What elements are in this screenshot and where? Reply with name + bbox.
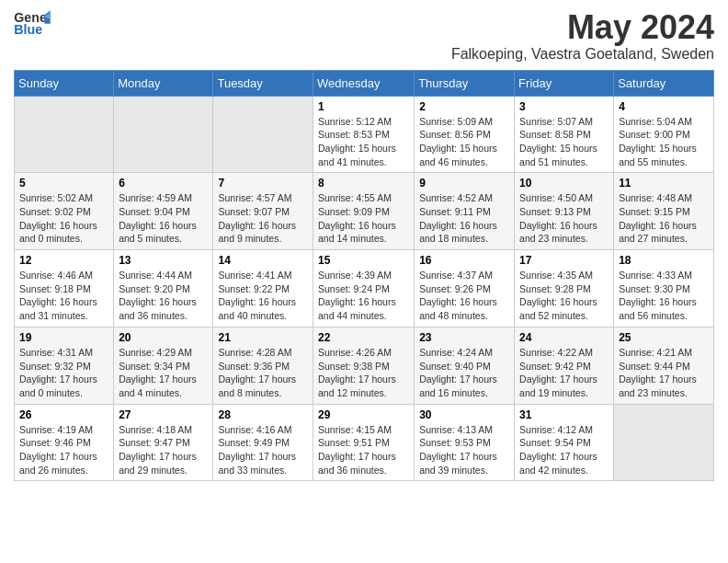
day-info: Sunset: 9:13 PM xyxy=(519,205,609,219)
calendar-cell: 27Sunrise: 4:18 AMSunset: 9:47 PMDayligh… xyxy=(114,404,213,481)
col-saturday: Saturday xyxy=(614,70,714,96)
day-number: 17 xyxy=(519,254,609,267)
page-header: General Blue May 2024 Falkoeping, Vaestr… xyxy=(14,9,714,63)
day-info: Sunset: 9:49 PM xyxy=(218,436,308,450)
day-info: Sunset: 9:46 PM xyxy=(19,436,108,450)
calendar-week-3: 12Sunrise: 4:46 AMSunset: 9:18 PMDayligh… xyxy=(15,250,714,327)
day-number: 10 xyxy=(519,177,609,190)
day-number: 29 xyxy=(318,408,409,421)
calendar-body: 1Sunrise: 5:12 AMSunset: 8:53 PMDaylight… xyxy=(15,96,714,481)
day-info: Daylight: 17 hours and 19 minutes. xyxy=(519,373,609,399)
calendar-cell: 14Sunrise: 4:41 AMSunset: 9:22 PMDayligh… xyxy=(213,250,313,327)
day-info: Sunrise: 4:59 AM xyxy=(119,191,208,205)
calendar-header: Sunday Monday Tuesday Wednesday Thursday… xyxy=(15,70,714,96)
calendar-cell xyxy=(15,96,114,173)
day-number: 12 xyxy=(19,254,108,267)
day-info: Sunset: 9:40 PM xyxy=(419,360,509,373)
day-info: Daylight: 16 hours and 23 minutes. xyxy=(519,219,609,246)
day-number: 4 xyxy=(619,100,709,113)
day-info: Sunrise: 5:04 AM xyxy=(619,115,709,129)
day-info: Daylight: 17 hours and 29 minutes. xyxy=(119,450,208,477)
day-info: Sunrise: 5:07 AM xyxy=(519,115,609,129)
calendar-cell: 8Sunrise: 4:55 AMSunset: 9:09 PMDaylight… xyxy=(313,173,415,250)
day-info: Sunset: 9:28 PM xyxy=(519,282,609,296)
day-info: Sunrise: 4:26 AM xyxy=(318,346,409,360)
day-info: Daylight: 16 hours and 0 minutes. xyxy=(19,219,108,246)
calendar-cell: 10Sunrise: 4:50 AMSunset: 9:13 PMDayligh… xyxy=(515,173,614,250)
day-info: Daylight: 16 hours and 36 minutes. xyxy=(119,295,208,322)
page-title: May 2024 xyxy=(451,9,714,46)
calendar-cell: 21Sunrise: 4:28 AMSunset: 9:36 PMDayligh… xyxy=(213,327,313,404)
calendar-week-1: 1Sunrise: 5:12 AMSunset: 8:53 PMDaylight… xyxy=(15,96,714,173)
day-info: Sunrise: 4:57 AM xyxy=(218,191,308,205)
day-number: 24 xyxy=(519,331,609,344)
day-number: 18 xyxy=(619,254,709,267)
day-info: Sunrise: 5:02 AM xyxy=(19,191,108,205)
day-info: Sunrise: 4:33 AM xyxy=(619,269,709,282)
day-info: Sunset: 9:11 PM xyxy=(419,205,509,219)
day-info: Sunset: 9:44 PM xyxy=(619,360,709,373)
day-info: Sunrise: 4:50 AM xyxy=(519,191,609,205)
svg-text:Blue: Blue xyxy=(14,22,42,37)
day-info: Daylight: 17 hours and 26 minutes. xyxy=(19,450,108,477)
day-info: Sunrise: 4:35 AM xyxy=(519,269,609,282)
calendar-cell: 16Sunrise: 4:37 AMSunset: 9:26 PMDayligh… xyxy=(415,250,515,327)
col-wednesday: Wednesday xyxy=(313,70,415,96)
calendar-week-2: 5Sunrise: 5:02 AMSunset: 9:02 PMDaylight… xyxy=(15,173,714,250)
day-info: Daylight: 16 hours and 52 minutes. xyxy=(519,295,609,322)
calendar-cell: 25Sunrise: 4:21 AMSunset: 9:44 PMDayligh… xyxy=(614,327,714,404)
day-info: Daylight: 16 hours and 44 minutes. xyxy=(318,295,409,322)
day-info: Sunset: 9:07 PM xyxy=(218,205,308,219)
day-info: Sunset: 9:20 PM xyxy=(119,282,208,296)
col-thursday: Thursday xyxy=(415,70,515,96)
day-number: 19 xyxy=(19,331,108,344)
day-info: Sunset: 9:09 PM xyxy=(318,205,409,219)
day-info: Sunrise: 4:13 AM xyxy=(419,423,509,437)
day-info: Sunrise: 4:46 AM xyxy=(19,269,108,282)
day-info: Daylight: 15 hours and 55 minutes. xyxy=(619,142,709,168)
day-info: Daylight: 17 hours and 4 minutes. xyxy=(119,373,208,399)
day-info: Daylight: 17 hours and 0 minutes. xyxy=(19,373,108,399)
day-number: 15 xyxy=(318,254,409,267)
day-info: Daylight: 17 hours and 33 minutes. xyxy=(218,450,308,477)
day-number: 23 xyxy=(419,331,509,344)
calendar-cell: 18Sunrise: 4:33 AMSunset: 9:30 PMDayligh… xyxy=(614,250,714,327)
calendar-cell: 20Sunrise: 4:29 AMSunset: 9:34 PMDayligh… xyxy=(114,327,213,404)
day-info: Daylight: 17 hours and 36 minutes. xyxy=(318,450,409,477)
calendar-cell: 15Sunrise: 4:39 AMSunset: 9:24 PMDayligh… xyxy=(313,250,415,327)
day-number: 16 xyxy=(419,254,509,267)
day-info: Sunset: 9:02 PM xyxy=(19,205,108,219)
calendar-cell: 7Sunrise: 4:57 AMSunset: 9:07 PMDaylight… xyxy=(213,173,313,250)
day-info: Sunset: 8:56 PM xyxy=(419,128,509,142)
day-info: Sunset: 9:34 PM xyxy=(119,360,208,373)
day-info: Sunset: 9:47 PM xyxy=(119,436,208,450)
calendar-cell: 19Sunrise: 4:31 AMSunset: 9:32 PMDayligh… xyxy=(15,327,114,404)
day-info: Sunrise: 4:48 AM xyxy=(619,191,709,205)
day-info: Sunrise: 4:16 AM xyxy=(218,423,308,437)
day-info: Sunrise: 4:24 AM xyxy=(419,346,509,360)
col-monday: Monday xyxy=(114,70,213,96)
day-info: Sunset: 9:38 PM xyxy=(318,360,409,373)
calendar-cell: 17Sunrise: 4:35 AMSunset: 9:28 PMDayligh… xyxy=(515,250,614,327)
day-info: Daylight: 16 hours and 56 minutes. xyxy=(619,295,709,322)
day-info: Daylight: 16 hours and 18 minutes. xyxy=(419,219,509,246)
calendar-cell: 1Sunrise: 5:12 AMSunset: 8:53 PMDaylight… xyxy=(313,96,415,173)
day-number: 2 xyxy=(419,100,509,113)
day-info: Sunset: 9:42 PM xyxy=(519,360,609,373)
day-number: 7 xyxy=(218,177,308,190)
day-number: 30 xyxy=(419,408,509,421)
calendar-week-4: 19Sunrise: 4:31 AMSunset: 9:32 PMDayligh… xyxy=(15,327,714,404)
day-info: Sunset: 9:51 PM xyxy=(318,436,409,450)
day-info: Sunset: 9:00 PM xyxy=(619,128,709,142)
day-info: Daylight: 17 hours and 39 minutes. xyxy=(419,450,509,477)
day-info: Sunrise: 4:39 AM xyxy=(318,269,409,282)
day-info: Daylight: 17 hours and 42 minutes. xyxy=(519,450,609,477)
day-info: Sunrise: 4:55 AM xyxy=(318,191,409,205)
calendar-cell: 12Sunrise: 4:46 AMSunset: 9:18 PMDayligh… xyxy=(15,250,114,327)
calendar-cell: 23Sunrise: 4:24 AMSunset: 9:40 PMDayligh… xyxy=(415,327,515,404)
day-info: Daylight: 16 hours and 48 minutes. xyxy=(419,295,509,322)
day-info: Sunset: 8:58 PM xyxy=(519,128,609,142)
header-row: Sunday Monday Tuesday Wednesday Thursday… xyxy=(15,70,714,96)
calendar-cell: 9Sunrise: 4:52 AMSunset: 9:11 PMDaylight… xyxy=(415,173,515,250)
day-number: 5 xyxy=(19,177,108,190)
